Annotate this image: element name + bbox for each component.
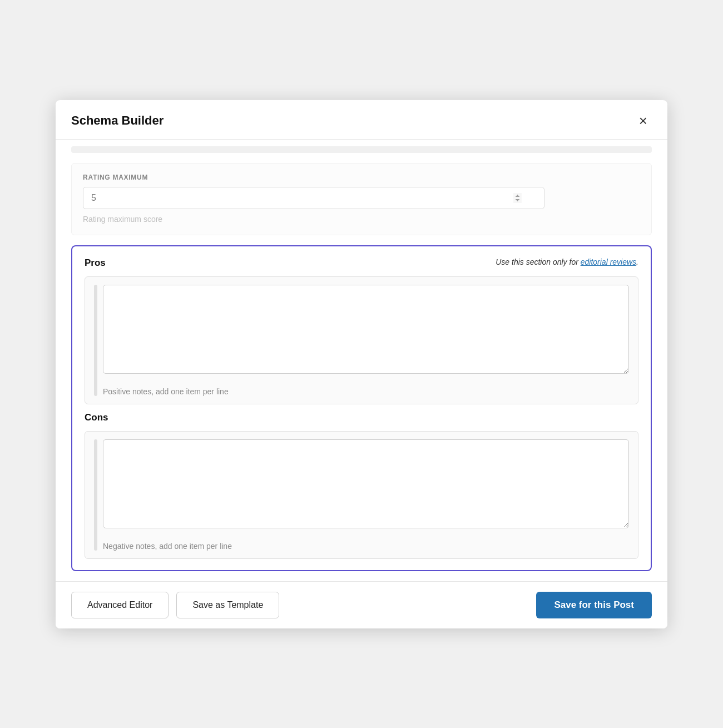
modal-title: Schema Builder [71,113,164,128]
rating-max-hint: Rating maximum score [83,215,640,224]
rating-max-input-wrapper [83,187,544,209]
rating-maximum-card: RATING MAXIMUM Rating maximum score [71,163,652,235]
pros-note: Use this section only for editorial revi… [496,257,638,266]
partial-bar [71,146,652,153]
pros-textarea[interactable] [103,285,629,374]
cons-section: Cons Negative notes, add one item per li… [85,412,638,559]
cons-card: Negative notes, add one item per line [85,431,638,559]
pros-note-suffix: . [636,257,638,266]
pros-title: Pros [85,257,106,269]
footer-left-buttons: Advanced Editor Save as Template [71,592,528,618]
pros-cons-section: Pros Use this section only for editorial… [71,245,652,571]
modal-header: Schema Builder × [56,100,667,140]
pros-field-row: Positive notes, add one item per line [94,285,629,396]
editorial-reviews-link[interactable]: editorial reviews [581,257,636,266]
schema-builder-modal: Schema Builder × RATING MAXIMUM Rating m… [56,100,667,628]
cons-field-content: Negative notes, add one item per line [103,439,629,551]
pros-header: Pros Use this section only for editorial… [85,257,638,269]
cons-textarea[interactable] [103,439,629,528]
rating-max-input[interactable] [83,187,544,209]
cons-field-row: Negative notes, add one item per line [94,439,629,551]
scrolled-top-content: RATING MAXIMUM Rating maximum score [71,140,652,235]
pros-field-content: Positive notes, add one item per line [103,285,629,396]
save-template-button[interactable]: Save as Template [176,592,279,618]
rating-max-label: RATING MAXIMUM [83,174,640,181]
pros-note-text: Use this section only for [496,257,581,266]
advanced-editor-button[interactable]: Advanced Editor [71,592,169,618]
close-button[interactable]: × [635,111,652,130]
pros-side-indicator [94,285,97,396]
save-post-button[interactable]: Save for this Post [536,592,652,618]
cons-hint: Negative notes, add one item per line [103,542,629,551]
modal-footer: Advanced Editor Save as Template Save fo… [56,581,667,628]
pros-hint: Positive notes, add one item per line [103,387,629,396]
modal-body: RATING MAXIMUM Rating maximum score Pros… [56,140,667,581]
pros-card: Positive notes, add one item per line [85,276,638,404]
cons-title: Cons [85,412,638,423]
cons-side-indicator [94,439,97,551]
